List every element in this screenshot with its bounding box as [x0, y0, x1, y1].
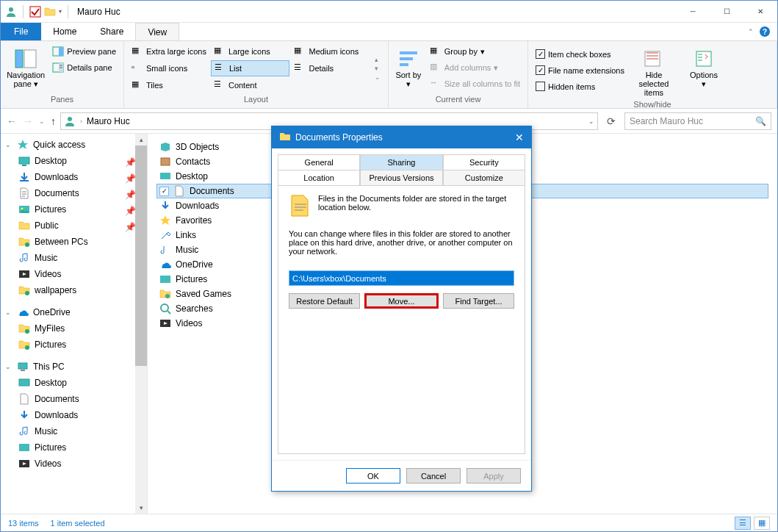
scroll-down-icon[interactable]: ▾	[375, 65, 381, 72]
layout-large[interactable]: ▦Large icons	[211, 44, 290, 59]
expand-icon[interactable]: ⌄	[375, 73, 381, 81]
sidebar-item-music[interactable]: Music	[1, 250, 135, 266]
status-items: 13 items	[8, 519, 39, 528]
address-dropdown-icon[interactable]: ⌄	[588, 118, 594, 125]
item-checkboxes-toggle[interactable]: Item check boxes	[533, 48, 627, 60]
tab-general[interactable]: General	[278, 154, 360, 170]
navigation-pane-button[interactable]: Navigation pane ▾	[5, 44, 46, 92]
close-button[interactable]: ✕	[743, 1, 777, 23]
sidebar-item-between[interactable]: Between PCs	[1, 234, 135, 250]
sidebar-item-thispc[interactable]: ⌄This PC	[1, 359, 135, 375]
sort-by-button[interactable]: Sort by ▾	[393, 44, 424, 92]
sidebar-item-onedrive[interactable]: ⌄OneDrive	[1, 304, 135, 320]
search-box[interactable]: Search Mauro Huc 🔍	[624, 112, 771, 130]
tab-sharing[interactable]: Sharing	[360, 154, 442, 170]
sidebar-item-videos[interactable]: Videos	[1, 266, 135, 282]
sidebar-item-pictures[interactable]: Pictures📌	[1, 201, 135, 218]
svg-rect-27	[19, 379, 29, 386]
apply-button[interactable]: Apply	[467, 468, 521, 484]
scrollbar-thumb[interactable]	[135, 145, 147, 366]
minimize-button[interactable]: ─	[676, 1, 710, 23]
sidebar-item-odpictures[interactable]: Pictures	[1, 337, 135, 353]
ok-button[interactable]: OK	[346, 468, 400, 484]
ribbon-collapse-icon[interactable]: ⌃	[748, 28, 754, 35]
tab-file[interactable]: File	[1, 23, 41, 40]
layout-content[interactable]: ☰Content	[211, 78, 290, 93]
sidebar-item-pcdocs[interactable]: Documents	[1, 391, 135, 407]
layout-medium[interactable]: ▦Medium icons	[291, 44, 370, 59]
view-details-button[interactable]: ☰	[735, 517, 751, 530]
folder-icon	[44, 6, 56, 18]
find-target-button[interactable]: Find Target...	[443, 293, 514, 309]
up-button[interactable]: ↑	[51, 115, 56, 127]
tab-customize[interactable]: Customize	[443, 170, 525, 186]
svg-point-22	[25, 291, 29, 295]
sidebar-item-pcpics[interactable]: Pictures	[1, 439, 135, 456]
sidebar-item-pcvideos[interactable]: Videos	[1, 456, 135, 472]
check-icon[interactable]: ✓	[159, 187, 169, 196]
svg-rect-17	[22, 165, 26, 166]
layout-group-label: Layout	[129, 95, 383, 105]
group-by-button[interactable]: ▦Group by ▾	[427, 44, 523, 59]
close-icon[interactable]: ✕	[515, 132, 524, 143]
options-button[interactable]: Options▾	[680, 44, 727, 92]
scroll-up-icon[interactable]: ▴	[135, 134, 147, 145]
tab-security[interactable]: Security	[443, 154, 525, 170]
restore-default-button[interactable]: Restore Default	[289, 293, 360, 309]
breadcrumb[interactable]: Mauro Huc	[87, 116, 130, 126]
sidebar-item-desktop[interactable]: Desktop📌	[1, 153, 135, 169]
svg-rect-32	[160, 276, 170, 283]
scroll-up-icon[interactable]: ▴	[375, 56, 381, 63]
svg-rect-5	[59, 47, 63, 56]
help-icon[interactable]: ?	[760, 26, 770, 37]
sidebar-item-downloads[interactable]: Downloads📌	[1, 169, 135, 185]
tab-previous-versions[interactable]: Previous Versions	[360, 170, 442, 186]
back-button[interactable]: ←	[7, 115, 17, 127]
properties-dialog: Documents Properties ✕ General Sharing S…	[271, 126, 532, 492]
sidebar-item-pcdesktop[interactable]: Desktop	[1, 375, 135, 391]
sidebar-item-myfiles[interactable]: MyFiles	[1, 320, 135, 337]
maximize-button[interactable]: ☐	[710, 1, 743, 23]
tab-home[interactable]: Home	[41, 23, 88, 40]
tab-view[interactable]: View	[135, 23, 179, 40]
sidebar-item-documents[interactable]: Documents📌	[1, 185, 135, 201]
svg-rect-31	[160, 173, 170, 179]
chevron-right-icon[interactable]: ›	[80, 118, 82, 125]
sidebar-item-quickaccess[interactable]: ⌄Quick access	[1, 137, 135, 153]
preview-pane-button[interactable]: Preview pane	[49, 44, 119, 59]
refresh-button[interactable]: ⟳	[602, 112, 620, 130]
file-extensions-toggle[interactable]: File name extensions	[533, 64, 627, 76]
size-columns-button[interactable]: ↔Size all columns to fit	[427, 76, 523, 91]
checkbox-icon[interactable]	[29, 6, 41, 18]
layout-xl[interactable]: ▦Extra large icons	[129, 44, 209, 59]
search-icon: 🔍	[755, 116, 766, 126]
layout-list[interactable]: ☰List	[211, 60, 290, 76]
history-dropdown-icon[interactable]: ⌄	[39, 118, 45, 125]
hidden-items-toggle[interactable]: Hidden items	[533, 80, 627, 93]
forward-button[interactable]: →	[23, 115, 33, 127]
add-columns-button[interactable]: ▥Add columns ▾	[427, 60, 523, 75]
tab-share[interactable]: Share	[88, 23, 135, 40]
cancel-button[interactable]: Cancel	[406, 468, 461, 484]
tab-location[interactable]: Location	[278, 170, 360, 186]
location-path-input[interactable]	[289, 270, 514, 286]
sidebar-item-wallpapers[interactable]: wallpapers	[1, 282, 135, 298]
layout-details[interactable]: ☰Details	[291, 60, 370, 76]
svg-rect-25	[18, 363, 27, 369]
pin-icon: 📌	[125, 222, 132, 229]
layout-tiles[interactable]: ▦Tiles	[129, 78, 209, 93]
sidebar-item-pcmusic[interactable]: Music	[1, 423, 135, 439]
svg-point-33	[165, 294, 170, 298]
view-icons-button[interactable]: ▦	[754, 517, 770, 530]
layout-small[interactable]: ▫Small icons	[129, 60, 209, 76]
scroll-down-icon[interactable]: ▾	[135, 502, 147, 514]
dropdown-icon[interactable]: ▾	[59, 8, 62, 15]
dialog-titlebar[interactable]: Documents Properties ✕	[272, 126, 531, 148]
move-button[interactable]: Move...	[364, 293, 439, 309]
titlebar: ▾ Mauro Huc ─ ☐ ✕	[1, 1, 777, 23]
sidebar-item-public[interactable]: Public📌	[1, 218, 135, 234]
hide-selected-button[interactable]: Hide selected items	[630, 44, 677, 100]
pin-icon: 📌	[125, 190, 132, 197]
sidebar-item-pcdl[interactable]: Downloads	[1, 407, 135, 423]
details-pane-button[interactable]: Details pane	[49, 60, 119, 75]
